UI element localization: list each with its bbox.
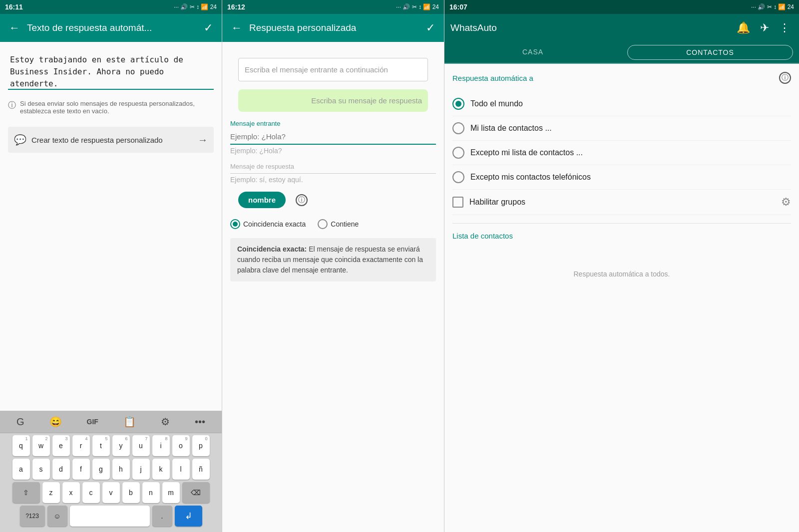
key-x[interactable]: x — [62, 482, 80, 503]
key-r[interactable]: 4r — [72, 435, 90, 456]
create-custom-row[interactable]: 💬 Crear texto de respuesta personalizado… — [8, 127, 214, 153]
google-icon[interactable]: G — [12, 414, 28, 430]
panel3-content: Respuesta automática a ⓘ Todo el mundo M… — [444, 64, 799, 532]
contains-option[interactable]: Contiene — [318, 219, 359, 229]
key-g[interactable]: g — [92, 459, 110, 480]
panel-custom-response: 16:12 ··· 🔊 ✂ ↕ 📶 24 ← Respuesta persona… — [222, 0, 444, 532]
option-excepto-telefonicos[interactable]: Excepto mis contactos telefónicos — [452, 165, 791, 190]
settings-icon[interactable]: ⚙ — [157, 414, 174, 430]
status-bar-3: 16:07 ··· 🔊 ✂ ↕ 📶 24 — [444, 0, 799, 14]
key-d[interactable]: d — [52, 459, 70, 480]
app-bar-title-2: Respuesta personalizada — [249, 22, 419, 33]
response-field-label: Mensaje de respuesta — [230, 163, 436, 174]
info-row-1: ⓘ Si desea enviar solo mensajes de respu… — [8, 98, 214, 117]
key-i[interactable]: 8i — [152, 435, 170, 456]
key-y[interactable]: 6y — [112, 435, 130, 456]
confirm-button-1[interactable]: ✓ — [201, 18, 216, 37]
key-o[interactable]: 9o — [172, 435, 190, 456]
option-excepto-lista[interactable]: Excepto mi lista de contactos ... — [452, 141, 791, 165]
bell-icon[interactable]: 🔔 — [734, 18, 753, 37]
key-e[interactable]: 3e — [52, 435, 70, 456]
info-icon-1: ⓘ — [8, 100, 16, 111]
confirm-button-2[interactable]: ✓ — [423, 18, 438, 37]
option-mi-lista[interactable]: Mi lista de contactos ... — [452, 116, 791, 141]
nombre-button[interactable]: nombre — [238, 192, 286, 208]
key-k[interactable]: k — [152, 459, 170, 480]
app-bar-1: ← Texto de respuesta automát... ✓ — [0, 14, 222, 42]
key-enter[interactable]: ↲ — [175, 506, 202, 527]
key-m[interactable]: m — [162, 482, 180, 503]
key-j[interactable]: j — [132, 459, 150, 480]
key-h[interactable]: h — [112, 459, 130, 480]
key-c[interactable]: c — [82, 482, 100, 503]
key-emoji[interactable]: ☺ — [47, 506, 67, 527]
response-field-section: Mensaje de respuesta Ejemplo: sí, estoy … — [222, 163, 444, 184]
key-space[interactable] — [70, 506, 150, 527]
status-icons-2: ··· 🔊 ✂ ↕ 📶 24 — [396, 3, 439, 10]
key-v[interactable]: v — [102, 482, 120, 503]
key-a[interactable]: a — [12, 459, 30, 480]
option-radio-todo[interactable] — [452, 98, 464, 110]
option-radio-excepto-telefonicos[interactable] — [452, 171, 464, 183]
key-t[interactable]: 5t — [92, 435, 110, 456]
create-custom-label: Crear texto de respuesta personalizado — [31, 136, 193, 144]
key-l[interactable]: l — [172, 459, 190, 480]
key-period[interactable]: . — [152, 506, 172, 527]
clipboard-icon[interactable]: 📋 — [119, 414, 140, 430]
grupos-gear-icon[interactable]: ⚙ — [781, 196, 791, 209]
status-icons-1: ··· 🔊 ✂ ↕ 📶 24 — [174, 3, 217, 10]
panel-whatsauto: 16:07 ··· 🔊 ✂ ↕ 📶 24 WhatsAuto 🔔 ✈ ⋮ CAS… — [444, 0, 799, 532]
key-ñ[interactable]: ñ — [192, 459, 210, 480]
tab-contactos-label: CONTACTOS — [686, 48, 734, 56]
status-time-3: 16:07 — [449, 3, 467, 11]
more-kb-icon[interactable]: ••• — [191, 414, 209, 430]
kb-row-2: a s d f g h j k l ñ — [2, 459, 220, 480]
option-radio-excepto-lista[interactable] — [452, 147, 464, 159]
app-bar-title-3: WhatsAuto — [450, 22, 730, 33]
key-n[interactable]: n — [142, 482, 160, 503]
option-todo[interactable]: Todo el mundo — [452, 92, 791, 116]
info-box: Coincidencia exacta: El mensaje de respu… — [230, 238, 436, 281]
tab-contactos[interactable]: CONTACTOS — [627, 45, 793, 60]
incoming-field-input[interactable] — [230, 129, 436, 145]
key-f[interactable]: f — [72, 459, 90, 480]
key-q[interactable]: 1q — [12, 435, 30, 456]
emoji-toolbar-icon[interactable]: 😄 — [45, 414, 66, 430]
key-z[interactable]: z — [42, 482, 60, 503]
incoming-message-box[interactable]: Escriba el mensaje entrante a continuaci… — [238, 58, 428, 81]
option-checkbox-grupos[interactable] — [452, 197, 463, 208]
key-backspace[interactable]: ⌫ — [182, 482, 210, 503]
auto-response-textarea[interactable]: Estoy trabajando en este artículo de Bus… — [8, 50, 214, 90]
key-w[interactable]: 2w — [32, 435, 50, 456]
back-button-1[interactable]: ← — [6, 18, 23, 37]
info-circle-icon[interactable]: ⓘ — [296, 194, 308, 206]
divider — [452, 223, 791, 224]
key-u[interactable]: 7u — [132, 435, 150, 456]
section-info-icon[interactable]: ⓘ — [779, 72, 791, 84]
contains-radio[interactable] — [318, 219, 328, 229]
contact-list-link[interactable]: Lista de contactos — [452, 232, 791, 240]
app-bar-2: ← Respuesta personalizada ✓ — [222, 14, 444, 42]
more-icon[interactable]: ⋮ — [776, 18, 793, 37]
incoming-placeholder-text: Escriba el mensaje entrante a continuaci… — [245, 65, 388, 74]
option-grupos[interactable]: Habilitar grupos ⚙ — [452, 190, 791, 215]
key-s[interactable]: s — [32, 459, 50, 480]
app-bar-3: WhatsAuto 🔔 ✈ ⋮ — [444, 14, 799, 42]
send-icon[interactable]: ✈ — [757, 18, 772, 37]
option-label-grupos: Habilitar grupos — [469, 198, 775, 207]
incoming-field-label: Mensaje entrante — [230, 120, 436, 127]
key-shift[interactable]: ⇧ — [12, 482, 40, 503]
tab-casa[interactable]: CASA — [450, 45, 615, 60]
gif-btn[interactable]: GIF — [83, 416, 102, 428]
kb-row-4: ?123 ☺ . ↲ — [2, 506, 220, 527]
key-p[interactable]: 0p — [192, 435, 210, 456]
exact-match-option[interactable]: Coincidencia exacta — [230, 219, 306, 229]
exact-match-radio[interactable] — [230, 219, 240, 229]
keyboard-toolbar: G 😄 GIF 📋 ⚙ ••• — [0, 411, 222, 433]
key-b[interactable]: b — [122, 482, 140, 503]
back-button-2[interactable]: ← — [228, 18, 245, 37]
response-message-box[interactable]: Escriba su mensaje de respuesta — [238, 89, 428, 112]
option-radio-mi-lista[interactable] — [452, 122, 464, 134]
response-field-example: Ejemplo: sí, estoy aquí. — [230, 176, 436, 184]
key-123[interactable]: ?123 — [20, 506, 45, 527]
